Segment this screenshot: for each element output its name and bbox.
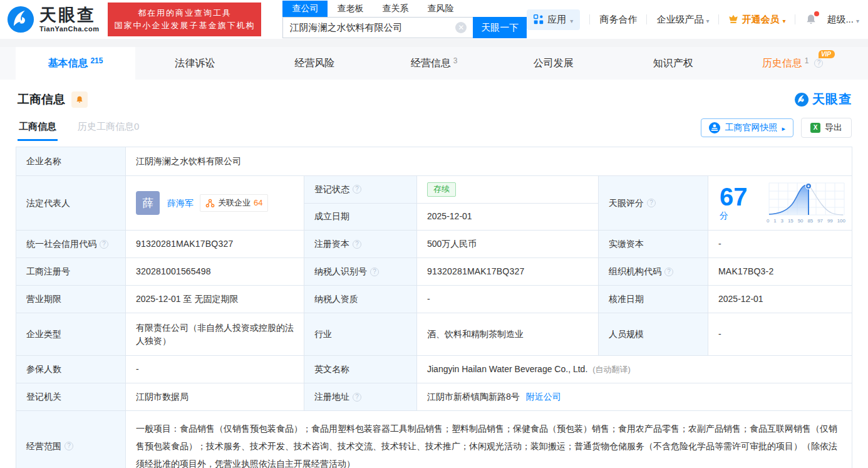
score-label: 天眼评分 — [609, 197, 644, 210]
field-value-score[interactable]: 67 分 — [708, 176, 852, 230]
apps-grid-icon — [534, 14, 544, 24]
chevron-down-icon — [856, 14, 859, 25]
main-tab-bar: 基本信息 215 法律诉讼 经营风险 经营信息 3 公司发展 知识产权 历史信息… — [0, 47, 868, 80]
auto-translate-note: (自动翻译) — [592, 363, 631, 376]
help-icon[interactable] — [353, 240, 361, 249]
official-snapshot-button[interactable]: 工商官网快照 — [701, 118, 793, 137]
tab-operating-risk[interactable]: 经营风险 — [255, 47, 375, 80]
legal-rep-name-link[interactable]: 薛海军 — [167, 197, 194, 210]
nav-vip-label: 开通会员 — [741, 14, 779, 26]
tab-count: 215 — [90, 56, 103, 65]
related-count: 64 — [254, 197, 262, 209]
axis-tick: 3 — [781, 217, 783, 225]
related-companies-badge[interactable]: 关联企业 64 — [200, 194, 268, 212]
apps-menu[interactable]: 应用 — [527, 9, 580, 30]
axis-tick: 15 — [788, 217, 793, 225]
field-value-reg-capital: 500万人民币 — [417, 231, 598, 257]
divider — [0, 39, 868, 47]
score-distribution-chart: 0 1 3 15 50 85 97 99 100 — [767, 182, 845, 225]
status-date-subgrid: 登记状态 存续 成立日期 2025-12-01 — [304, 176, 598, 230]
taxpayer-id-label: 纳税人识别号 — [314, 265, 367, 278]
field-value-paid-capital: - — [708, 231, 852, 257]
subtab-actions: 工商官网快照 导出 — [701, 118, 852, 138]
search-button[interactable]: 天眼一下 — [473, 17, 527, 38]
tab-history-info[interactable]: 历史信息 1 VIP — [733, 47, 852, 80]
help-icon[interactable] — [353, 185, 361, 194]
nav-super-vip[interactable]: 超级... — [827, 14, 859, 26]
subtab-business-info[interactable]: 工商信息 — [18, 115, 58, 141]
clear-search-icon[interactable] — [455, 22, 467, 33]
help-icon[interactable] — [814, 59, 823, 68]
field-label-taxpayer-id: 纳税人识别号 — [304, 258, 416, 285]
tab-business-info[interactable]: 经营信息 3 — [375, 47, 494, 80]
field-label-insured-count: 参保人数 — [16, 356, 125, 383]
bell-icon — [75, 95, 84, 104]
legal-rep-avatar[interactable]: 薛 — [136, 191, 160, 215]
business-scope-label: 经营范围 — [26, 440, 61, 453]
nav-cooperation[interactable]: 商务合作 — [599, 14, 637, 26]
relation-graph-icon — [205, 199, 215, 208]
nearby-companies-link[interactable]: 附近公司 — [526, 390, 561, 403]
section-title: 工商信息 — [18, 91, 65, 108]
status-badge: 存续 — [427, 182, 456, 197]
divider — [718, 14, 719, 24]
tab-label: 法律诉讼 — [175, 57, 215, 70]
search-tab-risk[interactable]: 查风险 — [418, 1, 463, 17]
promo-line2: 国家中小企业发展子基金旗下机构 — [114, 19, 255, 32]
monitor-bell-button[interactable] — [71, 91, 88, 108]
top-nav: 应用 商务合作 企业级产品 开通会员 超级... — [527, 9, 859, 30]
tab-intellectual-property[interactable]: 知识产权 — [613, 47, 733, 80]
field-value-business-term: 2025-12-01 至 无固定期限 — [126, 286, 304, 313]
field-label-credit-code: 统一社会信用代码 — [16, 231, 125, 257]
search-tab-relation[interactable]: 查关系 — [373, 1, 418, 17]
tab-legal[interactable]: 法律诉讼 — [135, 47, 255, 80]
nav-super-label: 超级... — [827, 14, 854, 26]
tab-label: 知识产权 — [653, 57, 693, 70]
help-icon[interactable] — [353, 393, 361, 402]
subtab-history-business-info[interactable]: 历史工商信息0 — [76, 115, 140, 141]
brand-name: 天眼查 — [39, 7, 99, 24]
help-icon[interactable] — [647, 199, 656, 207]
nav-vip[interactable]: 开通会员 — [728, 14, 785, 26]
help-icon[interactable] — [65, 442, 73, 450]
watermark-brand-text: 天眼查 — [812, 91, 852, 108]
field-label-reg-address: 注册地址 — [304, 383, 416, 410]
field-label-company-name: 企业名称 — [16, 147, 125, 175]
field-label-taxpayer-quality: 纳税人资质 — [304, 286, 416, 313]
tab-company-development[interactable]: 公司发展 — [493, 47, 613, 80]
brand-domain: TianYanCha.com — [39, 26, 99, 33]
search-tab-boss[interactable]: 查老板 — [328, 1, 373, 17]
help-icon[interactable] — [664, 268, 673, 276]
score-number: 67 — [720, 183, 748, 211]
divider — [795, 14, 795, 24]
field-label-reg-capital: 注册资本 — [304, 231, 416, 257]
tab-basic-info[interactable]: 基本信息 215 — [16, 47, 135, 80]
promo-line1: 都在用的商业查询工具 — [114, 7, 255, 19]
axis-tick: 85 — [807, 217, 813, 225]
tianyancha-logo-icon — [6, 5, 35, 34]
tab-label: 历史信息 — [762, 57, 802, 70]
search-input[interactable] — [283, 23, 455, 33]
notification-bell[interactable] — [805, 13, 817, 26]
chevron-down-icon — [706, 14, 709, 25]
field-value-business-scope: 一般项目：食品销售（仅销售预包装食品）；食品用塑料包装容器工具制品销售；塑料制品… — [126, 411, 852, 468]
help-icon[interactable] — [370, 268, 379, 276]
tianyancha-logo[interactable]: 天眼查 TianYanCha.com — [6, 5, 99, 34]
field-value-reg-status: 存续 — [417, 176, 598, 203]
export-button[interactable]: 导出 — [801, 118, 852, 138]
field-value-company-name: 江阴海澜之水饮料有限公司 — [126, 147, 852, 175]
axis-tick: 1 — [773, 217, 776, 225]
divider — [589, 14, 590, 24]
nav-enterprise[interactable]: 企业级产品 — [656, 14, 709, 26]
promo-banner: 都在用的商业查询工具 国家中小企业发展子基金旗下机构 — [108, 3, 261, 36]
score-unit: 分 — [720, 211, 728, 221]
tab-count: 3 — [453, 56, 458, 65]
field-label-business-term: 营业期限 — [16, 286, 125, 313]
field-label-reg-status: 登记状态 — [304, 176, 416, 203]
search-tab-company[interactable]: 查公司 — [282, 1, 328, 17]
field-label-reg-authority: 登记机关 — [16, 383, 125, 410]
field-value-insured-count: - — [126, 356, 304, 383]
reg-address-label: 注册地址 — [314, 390, 349, 403]
help-icon[interactable] — [100, 240, 108, 249]
english-name-value: Jiangyin Hailan Water Beverage Co., Ltd. — [427, 363, 587, 376]
